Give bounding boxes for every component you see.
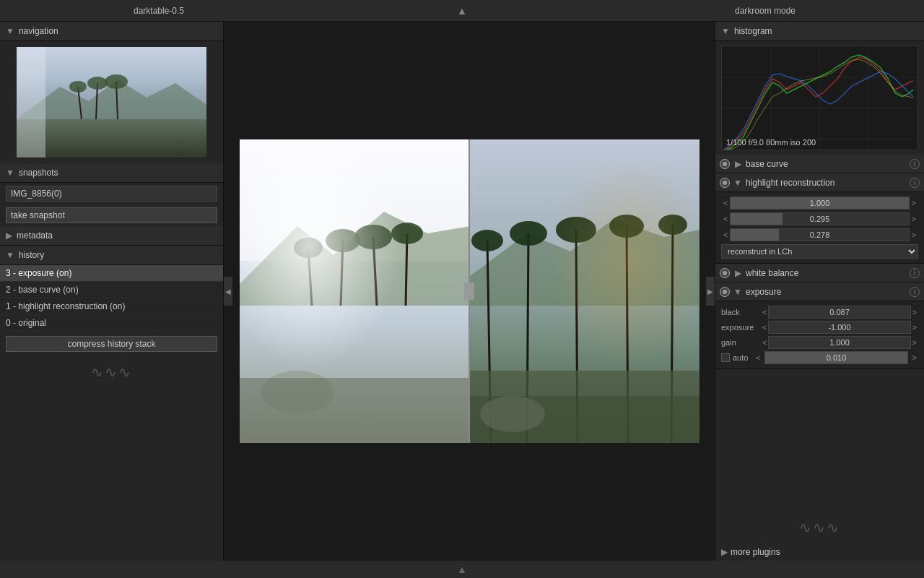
module-row-exposure: ▼ exposure i [715, 282, 924, 301]
param-row-gain: gain < 1.000 > [721, 336, 918, 349]
navigation-label: navigation [19, 26, 58, 36]
highlight-reconstruction-power-dot [723, 181, 727, 185]
histogram-area: 1/100 f/9.0 80mm iso 200 [721, 46, 918, 150]
histogram-chart [722, 46, 918, 150]
metadata-expand-icon: ▶ [6, 230, 12, 241]
gain-value[interactable]: 1.000 [768, 336, 910, 349]
highlight-reconstruction-power-button[interactable] [720, 178, 730, 188]
reconstruct-method-select[interactable]: reconstruct in LCh clip highlights [721, 244, 918, 259]
auto-checkbox[interactable] [721, 353, 730, 362]
top-arrow-icon[interactable]: ▲ [310, 5, 614, 17]
exposure-expand-button[interactable]: ▼ [733, 287, 743, 297]
slider-2-left-arrow[interactable]: < [721, 215, 730, 223]
auto-label: auto [733, 353, 754, 362]
white-balance-expand-button[interactable]: ▶ [733, 268, 743, 278]
slider-1-left-arrow[interactable]: < [721, 199, 730, 207]
navigation-header[interactable]: ▼ navigation [0, 22, 223, 41]
slider-1-track[interactable]: 1.000 [730, 197, 909, 210]
exposure-info-button[interactable]: i [910, 287, 920, 297]
nav-thumb-image [17, 47, 206, 158]
slider-3-right-arrow[interactable]: > [910, 230, 918, 239]
compress-history-button[interactable]: compress history stack [6, 336, 217, 352]
slider-2-right-arrow[interactable]: > [910, 215, 918, 223]
gain-left-arrow[interactable]: < [761, 338, 768, 347]
highlight-reconstruction-info-button[interactable]: i [910, 178, 920, 188]
app-title-right: darkroom mode [614, 6, 917, 16]
snapshots-header[interactable]: ▼ snapshots [0, 163, 223, 183]
history-item-highlight-reconstruction[interactable]: 1 - highlight reconstruction (on) [0, 298, 223, 315]
black-value[interactable]: 0.087 [768, 306, 910, 319]
history-label: history [19, 250, 44, 260]
black-label: black [721, 308, 761, 316]
gain-right-arrow[interactable]: > [911, 338, 918, 347]
slider-3-left-arrow[interactable]: < [721, 230, 730, 239]
black-right-arrow[interactable]: > [911, 308, 918, 316]
snapshot-name-input[interactable] [6, 186, 217, 202]
base-curve-info-button[interactable]: i [910, 159, 920, 169]
history-item-original[interactable]: 0 - original [0, 315, 223, 332]
histogram-label: histogram [734, 26, 772, 36]
slider-row-3: < 0.278 > [721, 228, 918, 241]
exposure-power-button[interactable] [720, 287, 730, 297]
white-balance-power-button[interactable] [720, 268, 730, 278]
slider-2-fill [731, 213, 782, 225]
exposure-value[interactable]: -1.000 [768, 321, 910, 334]
right-panel: ▼ histogram 1/100 f/9.0 8 [715, 22, 924, 561]
base-curve-power-button[interactable] [720, 159, 730, 169]
more-plugins-expand-icon: ▶ [721, 547, 728, 557]
module-row-base-curve: ▶ base curve i [715, 155, 924, 173]
auto-right-arrow[interactable]: > [911, 353, 918, 362]
svg-rect-23 [240, 139, 470, 443]
history-item-exposure[interactable]: 3 - exposure (on) [0, 265, 223, 282]
center-area: ◀ [224, 22, 715, 561]
slider-1-right-arrow[interactable]: > [910, 199, 918, 207]
topbar: darktable-0.5 ▲ darkroom mode [0, 0, 924, 22]
right-panel-toggle[interactable]: ▶ [706, 277, 715, 306]
module-row-white-balance: ▶ white balance i [715, 264, 924, 282]
more-plugins-row[interactable]: ▶ more plugins [715, 543, 924, 561]
exposure-label: exposure [746, 287, 910, 297]
navigation-thumbnail [17, 47, 206, 158]
snapshots-label: snapshots [19, 168, 58, 178]
history-expand-icon: ▼ [6, 250, 14, 260]
auto-row: auto < 0.010 > [721, 351, 918, 364]
slider-2-track[interactable]: 0.295 [730, 212, 909, 225]
left-panel-toggle[interactable]: ◀ [224, 277, 232, 306]
white-balance-info-button[interactable]: i [910, 268, 920, 278]
auto-value[interactable]: 0.010 [764, 351, 907, 364]
exposure-right-arrow[interactable]: > [911, 323, 918, 332]
white-balance-power-dot [723, 271, 727, 275]
white-balance-label: white balance [746, 268, 910, 278]
split-handle[interactable] [464, 282, 474, 300]
svg-rect-9 [17, 47, 45, 158]
highlight-reconstruction-expand-button[interactable]: ▼ [733, 178, 743, 188]
slider-2-value: 0.295 [810, 215, 830, 223]
history-item-base-curve[interactable]: 2 - base curve (on) [0, 282, 223, 298]
image-split-left [240, 139, 470, 443]
slider-1-value: 1.000 [810, 199, 830, 207]
history-header[interactable]: ▼ history [0, 246, 223, 265]
right-squiggle: ∿∿∿ [715, 512, 924, 543]
base-curve-expand-button[interactable]: ▶ [733, 159, 743, 169]
take-snapshot-button[interactable]: take snapshot [6, 207, 217, 223]
svg-point-6 [69, 81, 87, 92]
left-panel: ▼ navigation [0, 22, 224, 561]
image-container [240, 139, 699, 443]
histogram-header[interactable]: ▼ histogram [715, 22, 924, 41]
param-row-black: black < 0.087 > [721, 306, 918, 319]
slider-3-track[interactable]: 0.278 [730, 228, 909, 241]
metadata-header[interactable]: ▶ metadata [0, 226, 223, 246]
param-row-exposure: exposure < -1.000 > [721, 321, 918, 334]
slider-3-value: 0.278 [810, 230, 830, 239]
exposure-content: black < 0.087 > exposure < -1.000 > gain… [715, 301, 924, 369]
exposure-left-arrow[interactable]: < [761, 323, 768, 332]
black-left-arrow[interactable]: < [761, 308, 768, 316]
bottom-bar[interactable]: ▲ [0, 561, 924, 578]
histogram-expand-icon: ▼ [721, 26, 730, 36]
auto-left-arrow[interactable]: < [754, 353, 762, 362]
image-split-right [469, 139, 699, 443]
exposure-power-dot [723, 290, 727, 294]
main-layout: ▼ navigation [0, 22, 924, 561]
metadata-label: metadata [17, 230, 53, 241]
svg-rect-39 [469, 139, 699, 443]
